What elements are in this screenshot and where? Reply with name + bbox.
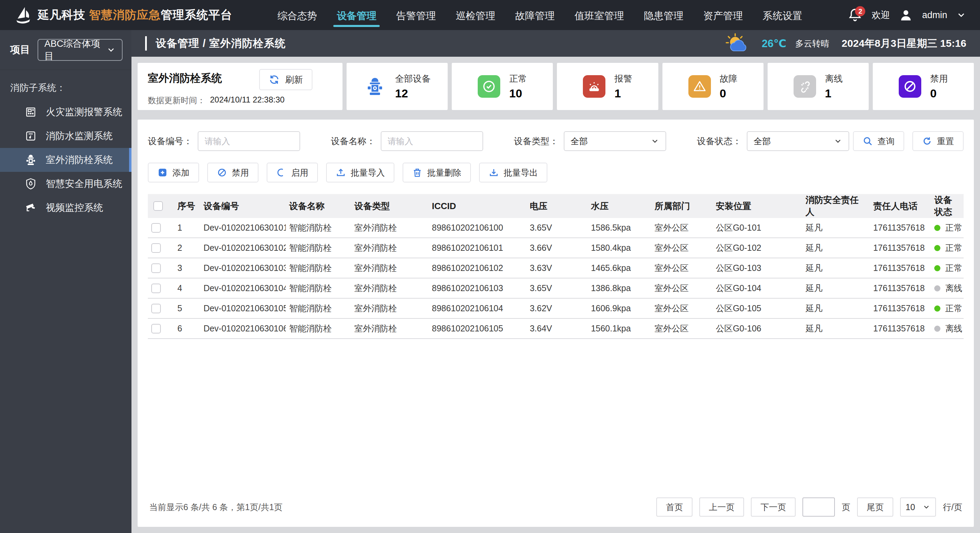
cell-device-no: Dev-01020210630106	[200, 318, 286, 338]
nav-item-fault-management[interactable]: 故障管理	[514, 2, 555, 28]
subsystem-menu: 火灾监测报警系统 消防水监测系统	[0, 100, 132, 220]
prev-page-button[interactable]: 上一页	[699, 498, 744, 517]
nav-item-alert-management[interactable]: 告警管理	[395, 2, 436, 28]
cell-phone: 17611357618	[870, 238, 931, 258]
main-nav: 综合态势 设备管理 告警管理 巡检管理 故障管理 值班室管理 隐患管理 资产管理…	[277, 2, 803, 28]
cell-index: 1	[174, 218, 200, 238]
page-number-input[interactable]	[802, 498, 835, 517]
device-no-input[interactable]	[198, 131, 300, 151]
add-label: 添加	[172, 167, 189, 178]
table-header-row: 序号 设备编号 设备名称 设备类型 ICCID 电压 水压 所属部门 安装位置 …	[148, 194, 964, 218]
breadcrumb-bar: 设备管理 / 室外消防栓系统 26℃ 多云转晴 2024年8月3日星期三 15:…	[132, 30, 980, 57]
cell-phone: 17611357618	[870, 298, 931, 318]
select-all-checkbox[interactable]	[153, 201, 163, 211]
reset-button[interactable]: 重置	[912, 131, 964, 151]
add-button[interactable]: 添加	[148, 163, 199, 182]
nav-item-asset-management[interactable]: 资产管理	[702, 2, 743, 28]
col-header-index: 序号	[174, 194, 200, 218]
fire-alarm-panel-icon	[25, 106, 37, 118]
device-panel: 设备编号： 设备名称： 设备类型： 全部	[138, 120, 974, 527]
breadcrumb: 设备管理 / 室外消防栓系统	[156, 36, 286, 51]
pagination: 当前显示6 条/共 6 条，第1页/共1页 首页 上一页 下一页 页 尾页 10…	[148, 488, 964, 527]
cell-device-type: 室外消防栓	[351, 298, 428, 318]
sidebar-item-fire-alarm-system[interactable]: 火灾监测报警系统	[0, 100, 132, 124]
row-checkbox[interactable]	[151, 263, 161, 273]
cell-iccid: 898610202106104	[428, 298, 527, 318]
cell-device-name: 智能消防栓	[286, 218, 351, 238]
cell-owner: 延凡	[802, 278, 870, 298]
sidebar-item-video-surveillance-system[interactable]: 视频监控系统	[0, 196, 132, 220]
weather-widget: 26℃ 多云转晴 2024年8月3日星期三 15:16	[724, 32, 966, 54]
device-type-label: 设备类型：	[514, 135, 558, 147]
cell-owner: 延凡	[802, 298, 870, 318]
nav-item-system-settings[interactable]: 系统设置	[762, 2, 803, 28]
nav-item-duty-room-management[interactable]: 值班室管理	[574, 2, 625, 28]
status-dot	[934, 265, 940, 271]
col-header-owner: 消防安全责任人	[802, 194, 870, 218]
stat-value: 0	[930, 87, 948, 100]
cell-location: 公区G0-106	[712, 318, 802, 338]
weather-condition: 多云转晴	[795, 38, 829, 49]
cell-iccid: 898610202106105	[428, 318, 527, 338]
col-header-voltage: 电压	[526, 194, 587, 218]
page-size-select[interactable]: 10	[900, 498, 936, 517]
cell-device-no: Dev-01020210630101	[200, 218, 286, 238]
row-checkbox[interactable]	[151, 284, 161, 293]
temperature: 26℃	[762, 37, 786, 50]
batch-export-button[interactable]: 批量导出	[479, 163, 547, 182]
batch-import-label: 批量导入	[351, 167, 385, 178]
device-status-select[interactable]: 全部	[747, 131, 849, 151]
row-checkbox[interactable]	[151, 243, 161, 253]
sidebar-item-smart-electricity-system[interactable]: 智慧安全用电系统	[0, 172, 132, 196]
row-checkbox[interactable]	[151, 324, 161, 334]
sidebar-item-label: 火灾监测报警系统	[46, 105, 122, 118]
nav-item-overview[interactable]: 综合态势	[277, 2, 318, 28]
sidebar-item-outdoor-hydrant-system[interactable]: 室外消防栓系统	[0, 148, 132, 172]
status-text: 正常	[945, 262, 962, 274]
status-text: 离线	[945, 282, 962, 294]
device-name-input[interactable]	[381, 131, 483, 151]
last-page-button[interactable]: 尾页	[857, 498, 893, 517]
company-logo-icon	[14, 5, 33, 25]
refresh-button[interactable]: 刷新	[259, 69, 312, 90]
cctv-camera-icon	[25, 201, 37, 214]
cell-device-type: 室外消防栓	[351, 218, 428, 238]
user-avatar-icon[interactable]	[899, 8, 913, 22]
row-checkbox[interactable]	[151, 223, 161, 233]
cell-device-name: 智能消防栓	[286, 278, 351, 298]
device-type-select[interactable]: 全部	[564, 131, 666, 151]
cell-phone: 17611357618	[870, 218, 931, 238]
cell-device-name: 智能消防栓	[286, 258, 351, 278]
col-header-device-type: 设备类型	[351, 194, 428, 218]
sun-cloud-icon	[724, 32, 753, 54]
sidebar-item-fire-water-system[interactable]: 消防水监测系统	[0, 124, 132, 148]
next-page-button[interactable]: 下一页	[751, 498, 795, 517]
batch-delete-label: 批量删除	[427, 167, 461, 178]
notification-bell-icon[interactable]: 2	[848, 8, 862, 22]
nav-item-hazard-management[interactable]: 隐患管理	[643, 2, 684, 28]
cell-device-no: Dev-01020210630102	[200, 238, 286, 258]
reset-icon	[922, 136, 932, 146]
stat-cards-row: 室外消防栓系统 刷新 数据更新时间： 2024/10/11 22:38:30	[138, 63, 974, 110]
search-button[interactable]: 查询	[853, 131, 904, 151]
project-select[interactable]: ABC综合体项目	[38, 39, 123, 61]
cell-pressure: 1560.1kpa	[588, 318, 651, 338]
first-page-button[interactable]: 首页	[656, 498, 692, 517]
enable-button[interactable]: 启用	[267, 163, 318, 182]
product-name-highlight: 智慧消防应急	[89, 8, 161, 21]
status-text: 正常	[945, 242, 962, 254]
batch-import-button[interactable]: 批量导入	[326, 163, 395, 182]
search-label: 查询	[878, 136, 895, 147]
user-menu-chevron-down-icon[interactable]	[956, 10, 966, 20]
chevron-down-icon	[922, 503, 931, 511]
cell-pressure: 1586.5kpa	[588, 218, 651, 238]
nav-item-inspection-management[interactable]: 巡检管理	[455, 2, 496, 28]
disable-button[interactable]: 禁用	[207, 163, 258, 182]
batch-delete-button[interactable]: 批量删除	[402, 163, 471, 182]
cell-location: 公区G0-105	[712, 298, 802, 318]
device-status-value: 全部	[754, 136, 771, 147]
nav-item-device-management[interactable]: 设备管理	[336, 2, 377, 28]
row-checkbox[interactable]	[151, 304, 161, 313]
page-unit-label: 页	[842, 501, 850, 513]
cell-pressure: 1580.4kpa	[588, 238, 651, 258]
